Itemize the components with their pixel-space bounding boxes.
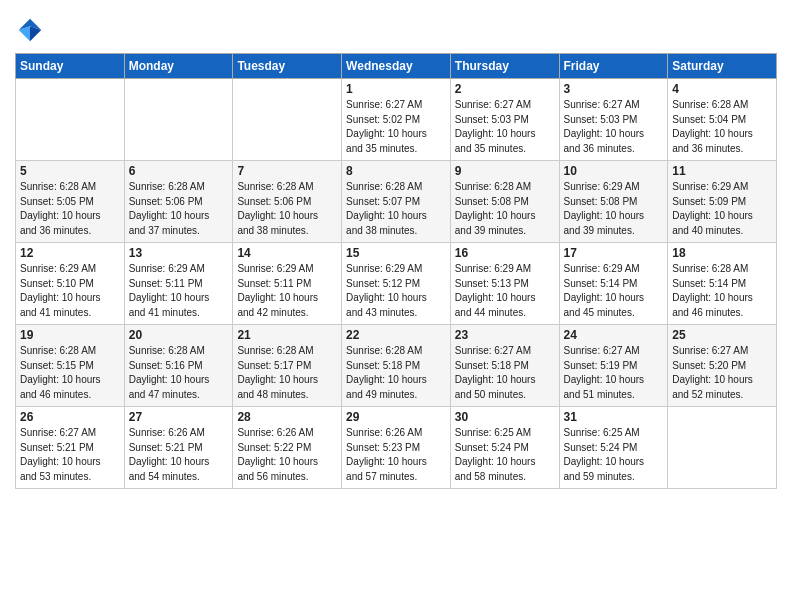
- day-number: 18: [672, 246, 772, 260]
- day-info: Sunrise: 6:29 AMSunset: 5:11 PMDaylight:…: [129, 262, 229, 320]
- calendar-day-cell: 23Sunrise: 6:27 AMSunset: 5:18 PMDayligh…: [450, 325, 559, 407]
- day-info: Sunrise: 6:29 AMSunset: 5:10 PMDaylight:…: [20, 262, 120, 320]
- page-container: SundayMondayTuesdayWednesdayThursdayFrid…: [0, 0, 792, 499]
- day-number: 19: [20, 328, 120, 342]
- calendar-week-row: 1Sunrise: 6:27 AMSunset: 5:02 PMDaylight…: [16, 79, 777, 161]
- day-info: Sunrise: 6:29 AMSunset: 5:09 PMDaylight:…: [672, 180, 772, 238]
- day-number: 12: [20, 246, 120, 260]
- day-header: Tuesday: [233, 54, 342, 79]
- day-number: 26: [20, 410, 120, 424]
- day-header: Friday: [559, 54, 668, 79]
- calendar-day-cell: 14Sunrise: 6:29 AMSunset: 5:11 PMDayligh…: [233, 243, 342, 325]
- calendar: SundayMondayTuesdayWednesdayThursdayFrid…: [15, 53, 777, 489]
- calendar-week-row: 5Sunrise: 6:28 AMSunset: 5:05 PMDaylight…: [16, 161, 777, 243]
- day-number: 7: [237, 164, 337, 178]
- day-number: 11: [672, 164, 772, 178]
- day-info: Sunrise: 6:27 AMSunset: 5:03 PMDaylight:…: [564, 98, 664, 156]
- calendar-day-cell: 4Sunrise: 6:28 AMSunset: 5:04 PMDaylight…: [668, 79, 777, 161]
- day-number: 23: [455, 328, 555, 342]
- day-number: 2: [455, 82, 555, 96]
- day-info: Sunrise: 6:28 AMSunset: 5:18 PMDaylight:…: [346, 344, 446, 402]
- day-number: 27: [129, 410, 229, 424]
- day-info: Sunrise: 6:26 AMSunset: 5:23 PMDaylight:…: [346, 426, 446, 484]
- calendar-week-row: 12Sunrise: 6:29 AMSunset: 5:10 PMDayligh…: [16, 243, 777, 325]
- day-info: Sunrise: 6:28 AMSunset: 5:06 PMDaylight:…: [129, 180, 229, 238]
- calendar-day-cell: 29Sunrise: 6:26 AMSunset: 5:23 PMDayligh…: [342, 407, 451, 489]
- day-number: 4: [672, 82, 772, 96]
- day-number: 10: [564, 164, 664, 178]
- calendar-day-cell: 11Sunrise: 6:29 AMSunset: 5:09 PMDayligh…: [668, 161, 777, 243]
- day-info: Sunrise: 6:28 AMSunset: 5:07 PMDaylight:…: [346, 180, 446, 238]
- day-info: Sunrise: 6:27 AMSunset: 5:19 PMDaylight:…: [564, 344, 664, 402]
- calendar-day-cell: 9Sunrise: 6:28 AMSunset: 5:08 PMDaylight…: [450, 161, 559, 243]
- day-number: 1: [346, 82, 446, 96]
- day-number: 16: [455, 246, 555, 260]
- day-header: Wednesday: [342, 54, 451, 79]
- day-number: 15: [346, 246, 446, 260]
- day-number: 20: [129, 328, 229, 342]
- calendar-day-cell: 16Sunrise: 6:29 AMSunset: 5:13 PMDayligh…: [450, 243, 559, 325]
- calendar-day-cell: 24Sunrise: 6:27 AMSunset: 5:19 PMDayligh…: [559, 325, 668, 407]
- day-info: Sunrise: 6:27 AMSunset: 5:02 PMDaylight:…: [346, 98, 446, 156]
- day-info: Sunrise: 6:28 AMSunset: 5:04 PMDaylight:…: [672, 98, 772, 156]
- day-info: Sunrise: 6:27 AMSunset: 5:21 PMDaylight:…: [20, 426, 120, 484]
- day-info: Sunrise: 6:28 AMSunset: 5:16 PMDaylight:…: [129, 344, 229, 402]
- day-number: 21: [237, 328, 337, 342]
- days-header-row: SundayMondayTuesdayWednesdayThursdayFrid…: [16, 54, 777, 79]
- day-number: 24: [564, 328, 664, 342]
- day-info: Sunrise: 6:25 AMSunset: 5:24 PMDaylight:…: [564, 426, 664, 484]
- day-info: Sunrise: 6:27 AMSunset: 5:03 PMDaylight:…: [455, 98, 555, 156]
- day-number: 9: [455, 164, 555, 178]
- day-info: Sunrise: 6:29 AMSunset: 5:13 PMDaylight:…: [455, 262, 555, 320]
- day-info: Sunrise: 6:28 AMSunset: 5:06 PMDaylight:…: [237, 180, 337, 238]
- day-number: 28: [237, 410, 337, 424]
- calendar-day-cell: 27Sunrise: 6:26 AMSunset: 5:21 PMDayligh…: [124, 407, 233, 489]
- day-info: Sunrise: 6:28 AMSunset: 5:14 PMDaylight:…: [672, 262, 772, 320]
- calendar-day-cell: 17Sunrise: 6:29 AMSunset: 5:14 PMDayligh…: [559, 243, 668, 325]
- day-header: Monday: [124, 54, 233, 79]
- logo-icon: [15, 15, 45, 45]
- calendar-day-cell: 2Sunrise: 6:27 AMSunset: 5:03 PMDaylight…: [450, 79, 559, 161]
- day-info: Sunrise: 6:29 AMSunset: 5:08 PMDaylight:…: [564, 180, 664, 238]
- calendar-day-cell: [668, 407, 777, 489]
- calendar-day-cell: 28Sunrise: 6:26 AMSunset: 5:22 PMDayligh…: [233, 407, 342, 489]
- day-number: 30: [455, 410, 555, 424]
- day-info: Sunrise: 6:29 AMSunset: 5:11 PMDaylight:…: [237, 262, 337, 320]
- day-info: Sunrise: 6:28 AMSunset: 5:08 PMDaylight:…: [455, 180, 555, 238]
- day-info: Sunrise: 6:25 AMSunset: 5:24 PMDaylight:…: [455, 426, 555, 484]
- day-number: 25: [672, 328, 772, 342]
- calendar-day-cell: 3Sunrise: 6:27 AMSunset: 5:03 PMDaylight…: [559, 79, 668, 161]
- calendar-day-cell: 22Sunrise: 6:28 AMSunset: 5:18 PMDayligh…: [342, 325, 451, 407]
- calendar-day-cell: [124, 79, 233, 161]
- day-info: Sunrise: 6:27 AMSunset: 5:20 PMDaylight:…: [672, 344, 772, 402]
- day-info: Sunrise: 6:29 AMSunset: 5:12 PMDaylight:…: [346, 262, 446, 320]
- day-header: Saturday: [668, 54, 777, 79]
- calendar-day-cell: 26Sunrise: 6:27 AMSunset: 5:21 PMDayligh…: [16, 407, 125, 489]
- calendar-day-cell: 8Sunrise: 6:28 AMSunset: 5:07 PMDaylight…: [342, 161, 451, 243]
- calendar-day-cell: 10Sunrise: 6:29 AMSunset: 5:08 PMDayligh…: [559, 161, 668, 243]
- day-number: 6: [129, 164, 229, 178]
- header: [15, 10, 777, 45]
- day-number: 5: [20, 164, 120, 178]
- calendar-day-cell: 1Sunrise: 6:27 AMSunset: 5:02 PMDaylight…: [342, 79, 451, 161]
- day-number: 14: [237, 246, 337, 260]
- calendar-day-cell: 25Sunrise: 6:27 AMSunset: 5:20 PMDayligh…: [668, 325, 777, 407]
- day-info: Sunrise: 6:28 AMSunset: 5:17 PMDaylight:…: [237, 344, 337, 402]
- day-number: 8: [346, 164, 446, 178]
- day-info: Sunrise: 6:26 AMSunset: 5:22 PMDaylight:…: [237, 426, 337, 484]
- day-number: 13: [129, 246, 229, 260]
- day-header: Thursday: [450, 54, 559, 79]
- calendar-day-cell: [233, 79, 342, 161]
- calendar-week-row: 26Sunrise: 6:27 AMSunset: 5:21 PMDayligh…: [16, 407, 777, 489]
- calendar-day-cell: 20Sunrise: 6:28 AMSunset: 5:16 PMDayligh…: [124, 325, 233, 407]
- calendar-day-cell: 6Sunrise: 6:28 AMSunset: 5:06 PMDaylight…: [124, 161, 233, 243]
- day-info: Sunrise: 6:28 AMSunset: 5:15 PMDaylight:…: [20, 344, 120, 402]
- calendar-day-cell: 31Sunrise: 6:25 AMSunset: 5:24 PMDayligh…: [559, 407, 668, 489]
- calendar-day-cell: 13Sunrise: 6:29 AMSunset: 5:11 PMDayligh…: [124, 243, 233, 325]
- day-info: Sunrise: 6:28 AMSunset: 5:05 PMDaylight:…: [20, 180, 120, 238]
- calendar-day-cell: 18Sunrise: 6:28 AMSunset: 5:14 PMDayligh…: [668, 243, 777, 325]
- day-number: 29: [346, 410, 446, 424]
- day-number: 17: [564, 246, 664, 260]
- calendar-day-cell: 12Sunrise: 6:29 AMSunset: 5:10 PMDayligh…: [16, 243, 125, 325]
- calendar-day-cell: 21Sunrise: 6:28 AMSunset: 5:17 PMDayligh…: [233, 325, 342, 407]
